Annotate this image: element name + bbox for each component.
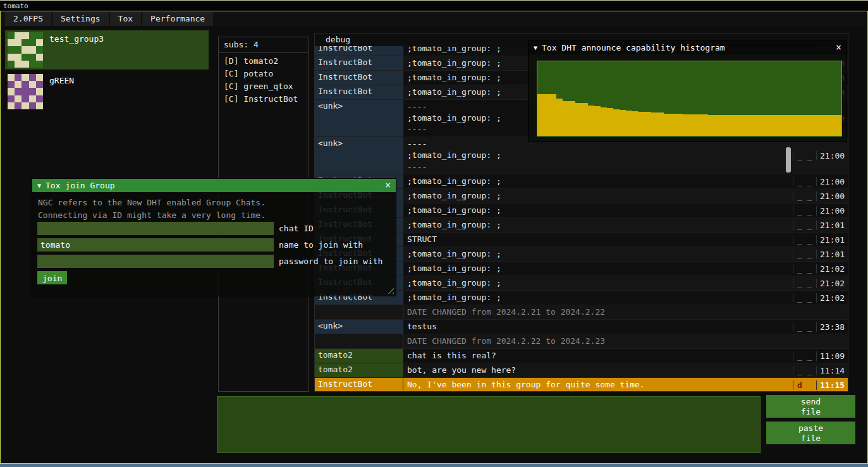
menu-item-performance[interactable]: Performance [142,12,213,26]
close-icon[interactable]: × [836,43,841,52]
histogram-bar [563,101,569,136]
message-text: ;tomato_in_group: ; [403,218,793,232]
avatar-pixel [29,39,36,46]
avatar-pixel [8,95,15,102]
histogram-bar [683,114,689,136]
join-group-info: NGC refers to the New DHT enabled Group … [38,197,266,222]
message-text: DATE CHANGED from 2024.2.21 to 2024.2.22 [403,305,793,319]
message-text: ;tomato_in_group: ; [403,262,793,276]
message-author: <unk> [315,137,403,174]
histogram-bar [550,94,556,136]
avatar-pixel [8,54,15,61]
avatar-pixel [8,74,15,81]
avatar-pixel [15,95,21,102]
avatar-pixel [21,95,28,102]
message-row[interactable]: tomato2bot, are you new here?_ _11:14 [315,363,848,378]
join-group-titlebar[interactable]: ▼ Tox join Group × [32,179,396,192]
message-row[interactable]: <unk>testus_ _23:38 [315,320,848,334]
join-button[interactable]: join [37,271,67,284]
avatar-pixel [8,32,15,39]
histogram-bar [695,114,702,136]
info-line: Connecting via ID might take a very long… [38,209,266,222]
avatar-pixel [36,39,43,46]
avatar-pixel [21,88,28,95]
paste-file-button[interactable]: paste file [766,422,855,444]
avatar-pixel [15,32,21,39]
system-row[interactable]: DATE CHANGED from 2024.2.21 to 2024.2.22 [315,305,848,320]
member-row-instructbot[interactable]: [C] InstructBot [219,93,309,106]
subs-header: subs: 4 [219,37,309,53]
group-item-green[interactable]: gREEN [5,72,209,109]
close-icon[interactable]: × [385,181,391,190]
histogram-plot [537,61,842,136]
avatar-pixel [15,102,21,109]
message-text: ;tomato_in_group: ; [403,276,793,290]
histogram-bar [721,115,727,136]
message-time: 21:02 [816,293,848,303]
dht-histogram-title: Tox DHT announce capability histogram [542,43,725,52]
message-author: InstructBot [315,56,403,70]
histogram-bar [733,115,740,136]
histogram-bar [804,115,810,136]
message-row[interactable]: tomato2chat is this real?_ _11:09 [315,349,848,363]
system-row[interactable]: DATE CHANGED from 2024.2.22 to 2024.2.23 [315,334,848,349]
histogram-bar [689,114,695,136]
histogram-bar [569,101,575,136]
menu-item-settings[interactable]: Settings [52,12,109,26]
avatar-pixel [36,88,43,95]
message-time: 21:00 [816,206,848,215]
member-row-potato[interactable]: [C] potato [219,68,309,80]
chat-id-input[interactable] [37,222,274,235]
member-row-green_qtox[interactable]: [C] green_qtox [219,80,309,93]
message-status: _ _ [793,322,816,332]
group-item-test_group3[interactable]: test_group3 [5,30,209,70]
histogram-bar [772,115,778,136]
message-status: _ _ [793,264,816,274]
menu-item-tox[interactable]: Tox [110,12,141,26]
member-row-tomato2[interactable]: [D] tomato2 [219,55,309,68]
message-text: bot, are you new here? [403,363,793,377]
message-status: _ _ [793,206,816,215]
avatar-pixel [21,61,28,68]
message-row[interactable]: <unk>---- ;tomato_in_group: ; ----_ _21:… [315,137,848,174]
avatar-pixel [15,61,21,68]
histogram-bar [556,99,563,136]
message-input[interactable] [217,396,761,453]
join-password-input[interactable] [37,255,274,268]
chat-id-label: chat ID [279,224,314,233]
histogram-bar [702,114,708,136]
message-status: d [793,380,816,390]
avatar-pixel [29,46,36,53]
message-time: 21:00 [816,177,848,186]
message-time: 21:02 [816,279,848,288]
send-file-button[interactable]: send file [766,395,855,418]
avatar-pixel [8,39,15,46]
message-time: 11:09 [816,351,848,361]
histogram-bar [544,94,550,136]
histogram-bar [816,115,822,136]
histogram-bar [829,115,835,136]
avatar-pixel [36,95,43,102]
histogram-bar [594,106,601,136]
avatar-pixel [15,39,21,46]
resize-grip[interactable] [385,285,394,294]
histogram-bar [626,111,632,136]
message-author: <unk> [315,100,403,136]
message-author: InstructBot [315,46,403,56]
avatar-pixel [29,95,36,102]
group-avatar [8,74,43,109]
message-time: 21:00 [816,191,848,201]
message-text: STRUCT [403,233,793,246]
collapse-icon[interactable]: ▼ [37,183,41,189]
avatar-pixel [29,61,36,68]
join-name-field-row: name to join with [37,238,363,252]
message-row[interactable]: InstructBotNo, I've been in this group f… [315,378,848,391]
collapse-icon[interactable]: ▼ [534,45,537,51]
histogram-bar [645,112,651,136]
join-name-input[interactable] [37,238,274,252]
chat-scrollbar-thumb[interactable] [786,147,791,173]
histogram-bar [759,115,766,136]
message-author: tomato2 [315,363,403,377]
avatar-pixel [29,74,36,81]
dht-histogram-titlebar[interactable]: ▼ Tox DHT announce capability histogram … [529,41,847,54]
